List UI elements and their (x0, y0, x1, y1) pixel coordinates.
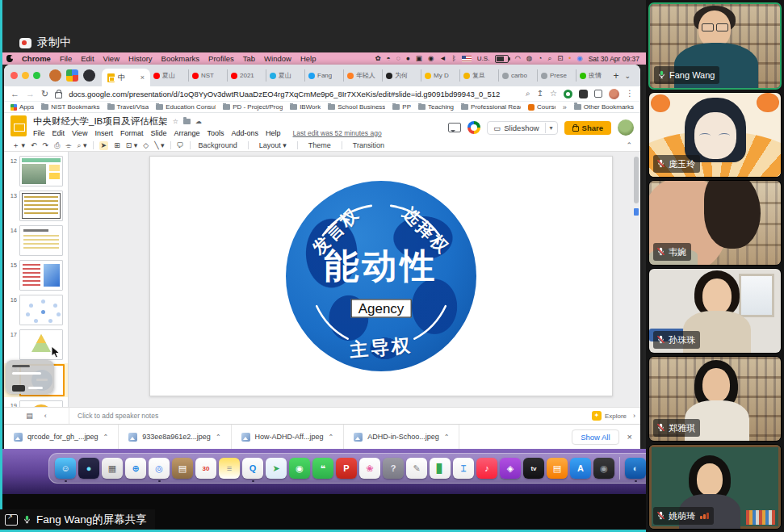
current-slide[interactable]: 发言权 选择权 能动性 Agency 主导权 (149, 156, 613, 396)
bookmark-8[interactable]: Teaching (418, 103, 454, 111)
extension-green-icon[interactable] (564, 90, 572, 98)
circle-outline-icon[interactable]: ◌ (396, 55, 400, 62)
reload-button[interactable]: ↻ (41, 90, 48, 98)
menu-window[interactable]: Window (264, 54, 291, 63)
insert-comment-button[interactable]: 🗩 (177, 142, 184, 149)
bookmark-0[interactable]: Apps (10, 103, 34, 111)
us-flag-icon[interactable] (462, 56, 472, 62)
bookmark-3[interactable]: Education Consult... (156, 103, 216, 111)
shield-icon[interactable]: ▣ (416, 55, 422, 62)
download-caret-icon[interactable]: ⌃ (328, 434, 333, 441)
zoom-window-button[interactable] (33, 72, 40, 79)
forward-button[interactable]: → (26, 90, 35, 98)
document-title[interactable]: 中央财经大学_IB项目及评估框架 (33, 115, 168, 128)
slide-thumbnail-15[interactable]: 15 (4, 259, 68, 291)
dock-blue-sphere-app-icon[interactable]: ◐ (625, 458, 646, 479)
slide-thumbnail-16[interactable]: 16 (4, 294, 68, 326)
browser-tab[interactable]: 年轻人 (344, 69, 383, 82)
browser-tab[interactable]: Prese (538, 69, 576, 82)
last-edit-link[interactable]: Last edit was 52 minutes ago (293, 129, 382, 137)
display-icon[interactable]: ⊡ (557, 55, 563, 62)
meet-presentation-icon[interactable] (467, 121, 480, 134)
dock-chrome-icon[interactable]: ◎ (149, 458, 170, 479)
close-downloads-bar-button[interactable]: × (627, 432, 632, 442)
bookmark-7[interactable]: PP (392, 103, 411, 111)
download-caret-icon[interactable]: ⌃ (444, 434, 450, 441)
notification-dot-icon[interactable]: • (568, 55, 571, 62)
menu-file[interactable]: File (60, 54, 72, 63)
slides-menu-view[interactable]: View (72, 129, 87, 137)
menu-history[interactable]: History (128, 54, 153, 63)
filled-circle-icon[interactable]: ● (406, 55, 410, 62)
slide-thumbnail-14[interactable]: 14 (4, 224, 68, 257)
screen-record-icon[interactable]: ◉ (428, 55, 434, 62)
slides-menu-format[interactable]: Format (120, 129, 144, 137)
overlay-button[interactable] (12, 385, 25, 392)
browser-tab[interactable]: carbo (499, 69, 538, 82)
menu-view[interactable]: View (103, 54, 119, 63)
dock-messages-icon[interactable]: ❝ (312, 458, 333, 479)
new-tab-button[interactable]: + (607, 70, 624, 82)
spotlight-icon[interactable]: ⌕ (547, 55, 551, 62)
tab-close-icon[interactable]: × (140, 73, 145, 82)
dock-calendar-icon[interactable]: 30 (195, 458, 216, 479)
dock-textedit-icon[interactable]: ✎ (406, 458, 427, 479)
dock-books-icon[interactable]: ▤ (547, 458, 568, 479)
menu-tab[interactable]: Tab (243, 54, 255, 63)
slideshow-dropdown-caret[interactable]: ▾ (545, 123, 557, 133)
volume-icon[interactable]: ◄ (439, 55, 446, 62)
back-button[interactable]: ← (10, 90, 19, 98)
browser-tab[interactable]: 复旦 (460, 69, 499, 82)
bookmark-1[interactable]: NIST Bookmarks (41, 103, 99, 111)
menu-edit[interactable]: Edit (81, 54, 94, 63)
dock-siri-icon[interactable]: ● (78, 458, 99, 479)
extensions-puzzle-icon[interactable] (579, 90, 588, 98)
select-tool-button[interactable]: ➤ (99, 141, 109, 150)
slides-menu-slide[interactable]: Slide (150, 129, 166, 137)
toolbar-layout-button[interactable]: Layout ▾ (257, 141, 289, 149)
close-window-button[interactable] (10, 72, 18, 79)
slide-thumbnail-19[interactable]: 19 (4, 400, 68, 407)
filmstrip-collapse-icon[interactable]: ‹ (44, 412, 47, 420)
menu-bookmarks[interactable]: Bookmarks (161, 54, 200, 63)
browser-menu-icon[interactable]: ⋮ (626, 90, 634, 98)
new-slide-button[interactable]: ＋ ▾ (12, 142, 25, 149)
bookmark-6[interactable]: School Business (328, 103, 385, 111)
https-lock-icon[interactable] (55, 92, 62, 98)
bookmark-5[interactable]: IBWork (290, 103, 321, 111)
browser-profile-avatar[interactable] (609, 89, 619, 99)
print-button[interactable]: ⎙ (54, 142, 60, 149)
account-avatar[interactable] (618, 119, 634, 136)
dock-music-icon[interactable]: ♪ (476, 458, 497, 479)
tab-search-chevron-icon[interactable]: ⌄ (624, 72, 634, 80)
bookmarks-overflow-chevron[interactable]: » (563, 103, 567, 111)
slides-menu-add-ons[interactable]: Add-ons (231, 129, 258, 137)
search-icon[interactable]: ⌕ (526, 90, 530, 98)
insert-shape-button[interactable]: ◇ (143, 142, 149, 149)
menu-chrome[interactable]: Chrome (22, 54, 51, 63)
browser-tab[interactable]: 2021 (228, 69, 266, 82)
slides-menu-arrange[interactable]: Arrange (174, 129, 199, 137)
explore-button[interactable]: ✦ Explore (592, 411, 627, 421)
move-to-folder-icon[interactable] (183, 119, 191, 124)
browser-tab[interactable]: 疫情 (576, 69, 607, 82)
input-source-label[interactable]: U.S. (477, 55, 490, 62)
dock-appstore-icon[interactable]: A (570, 458, 591, 479)
browser-tab[interactable]: 夏山 (266, 69, 305, 82)
bookmark-2[interactable]: Travel/Visa (107, 103, 149, 111)
dock-maps-icon[interactable]: ➤ (266, 458, 287, 479)
notes-expand-icon[interactable]: › (633, 412, 635, 420)
grid-view-icon[interactable]: ▤ (26, 412, 33, 420)
pinned-tab-3[interactable] (83, 69, 95, 82)
menu-help[interactable]: Help (300, 54, 317, 63)
filmstrip-overlay-panel[interactable] (6, 360, 54, 394)
bookmark-star-icon[interactable]: ☆ (550, 90, 557, 98)
participant-tile[interactable]: 庞玉玲 (648, 92, 782, 178)
battery-icon[interactable] (495, 55, 509, 63)
download-caret-icon[interactable]: ⌃ (103, 434, 109, 441)
bluetooth-icon[interactable]: ᛒ (452, 55, 456, 62)
user-switch-icon[interactable]: ◍ (526, 55, 532, 62)
participant-tile[interactable]: Fang Wang (648, 2, 782, 90)
time-machine-icon[interactable]: ◔ (538, 55, 542, 62)
participant-tile[interactable]: 郑雅琪 (648, 356, 782, 442)
